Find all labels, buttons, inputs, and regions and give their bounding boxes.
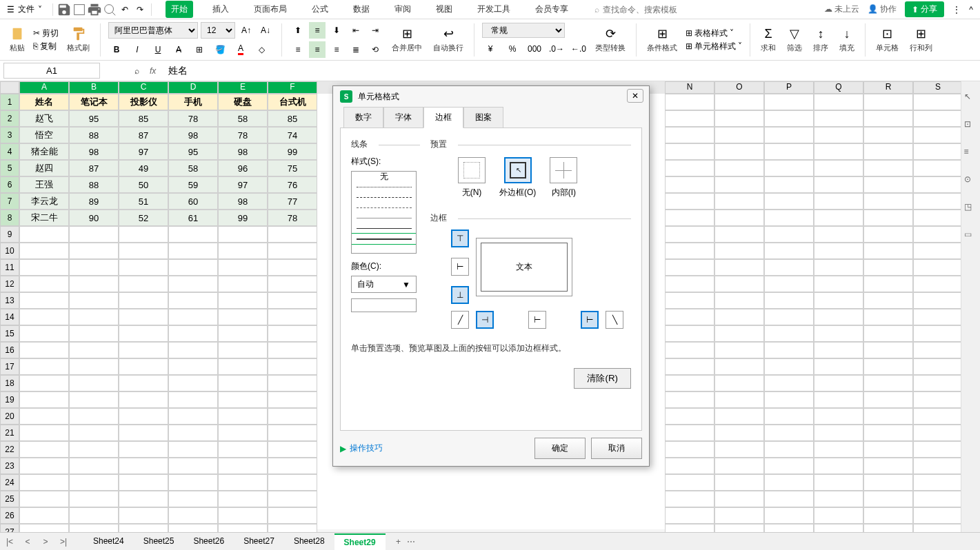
percent-icon[interactable]: %	[504, 41, 521, 57]
row-header[interactable]: 15	[0, 325, 19, 342]
row-header[interactable]: 5	[0, 160, 19, 176]
cell[interactable]	[714, 259, 764, 276]
cell[interactable]	[665, 243, 714, 259]
cell[interactable]	[69, 441, 119, 458]
cell[interactable]	[863, 259, 913, 276]
col-header[interactable]: Q	[814, 81, 863, 94]
cell[interactable]	[913, 491, 963, 507]
cell[interactable]	[764, 193, 814, 210]
font-size-select[interactable]: 12	[201, 22, 235, 39]
row-header[interactable]: 20	[0, 408, 19, 425]
cell[interactable]	[19, 458, 69, 474]
border-vmid-button[interactable]: ⊢	[528, 311, 546, 329]
border-diag2-button[interactable]: ╲	[606, 311, 623, 329]
cell[interactable]	[665, 292, 714, 309]
cell[interactable]	[814, 342, 863, 358]
cell[interactable]	[913, 210, 963, 226]
sheet-next-icon[interactable]: >	[39, 536, 52, 548]
cell[interactable]	[19, 425, 69, 441]
row-header[interactable]: 25	[0, 491, 19, 507]
cell[interactable]: 49	[119, 160, 168, 176]
cell[interactable]	[665, 474, 714, 491]
cell[interactable]	[764, 342, 814, 358]
cell[interactable]	[69, 458, 119, 474]
filter-button[interactable]: ▽筛选	[784, 23, 805, 56]
search-box[interactable]: ⌕	[594, 5, 686, 14]
cell[interactable]	[764, 143, 814, 160]
cell[interactable]	[665, 507, 714, 524]
cell[interactable]	[714, 408, 764, 425]
cell[interactable]	[863, 491, 913, 507]
cell[interactable]	[268, 474, 317, 491]
col-header[interactable]: N	[665, 81, 714, 94]
cell[interactable]	[218, 391, 268, 408]
preset-inner-button[interactable]: 内部(I)	[550, 157, 577, 198]
rowcol-button[interactable]: ⊞行和列	[907, 23, 935, 56]
currency-icon[interactable]: ¥	[482, 41, 499, 57]
cell[interactable]	[119, 226, 168, 243]
thousand-icon[interactable]: 000	[526, 41, 543, 57]
cell[interactable]	[714, 193, 764, 210]
cell[interactable]	[268, 259, 317, 276]
cell[interactable]	[863, 458, 913, 474]
cell[interactable]	[19, 292, 69, 309]
cell[interactable]	[764, 259, 814, 276]
cell[interactable]	[764, 276, 814, 292]
style-item[interactable]	[352, 234, 416, 244]
border-preview-box[interactable]: 文本	[476, 238, 572, 296]
ok-button[interactable]: 确定	[534, 438, 586, 459]
table-style-button[interactable]: ⊞ 表格样式 ˅	[686, 28, 742, 39]
cell[interactable]: 98	[218, 193, 268, 210]
border-button[interactable]: ⊞	[191, 41, 208, 58]
cell[interactable]	[863, 358, 913, 375]
cell[interactable]	[119, 391, 168, 408]
cell[interactable]: 85	[268, 110, 317, 127]
cell[interactable]	[665, 358, 714, 375]
highlight-button[interactable]: ◇	[253, 41, 270, 58]
cell[interactable]	[814, 375, 863, 391]
search-input[interactable]	[603, 5, 686, 14]
cell[interactable]	[665, 342, 714, 358]
col-header[interactable]: S	[913, 81, 963, 94]
bold-button[interactable]: B	[108, 41, 125, 58]
dialog-tab-number[interactable]: 数字	[343, 107, 383, 128]
decrease-font-icon[interactable]: A↓	[257, 22, 274, 39]
cell[interactable]	[665, 110, 714, 127]
tab-formula[interactable]: 公式	[306, 1, 334, 18]
sheet-prev-icon[interactable]: <	[21, 536, 34, 548]
cell[interactable]: 赵飞	[19, 110, 69, 127]
cell[interactable]	[19, 325, 69, 342]
cell[interactable]: 宋二牛	[19, 210, 69, 226]
wrap-button[interactable]: ↩ 自动换行	[430, 23, 466, 56]
border-left-button[interactable]: ⊣	[476, 311, 494, 329]
cell[interactable]	[814, 210, 863, 226]
cell[interactable]	[764, 408, 814, 425]
select-all-corner[interactable]	[0, 81, 19, 94]
sheet-tab[interactable]: Sheet25	[134, 533, 184, 550]
dialog-tab-border[interactable]: 边框	[423, 107, 463, 128]
cell[interactable]	[764, 292, 814, 309]
cell[interactable]: 74	[268, 127, 317, 143]
row-header[interactable]: 19	[0, 391, 19, 408]
cell[interactable]	[913, 226, 963, 243]
cell[interactable]	[714, 309, 764, 325]
cell[interactable]	[863, 292, 913, 309]
cell-button[interactable]: ⊡单元格	[873, 23, 901, 56]
cell[interactable]	[714, 226, 764, 243]
cell[interactable]	[69, 226, 119, 243]
cell[interactable]: 58	[218, 110, 268, 127]
cell[interactable]	[714, 458, 764, 474]
type-convert-button[interactable]: ⟳ 类型转换	[592, 23, 628, 56]
cell[interactable]	[19, 408, 69, 425]
cell[interactable]: 58	[168, 160, 218, 176]
cell[interactable]	[913, 243, 963, 259]
tab-member[interactable]: 会员专享	[530, 1, 574, 18]
align-bottom-icon[interactable]: ⬇	[328, 22, 345, 39]
cell[interactable]	[764, 94, 814, 110]
cell[interactable]	[913, 425, 963, 441]
tab-layout[interactable]: 页面布局	[248, 1, 292, 18]
cell[interactable]: 猪全能	[19, 143, 69, 160]
cell[interactable]: 硬盘	[218, 94, 268, 110]
cell[interactable]	[764, 176, 814, 193]
row-header[interactable]: 11	[0, 259, 19, 276]
